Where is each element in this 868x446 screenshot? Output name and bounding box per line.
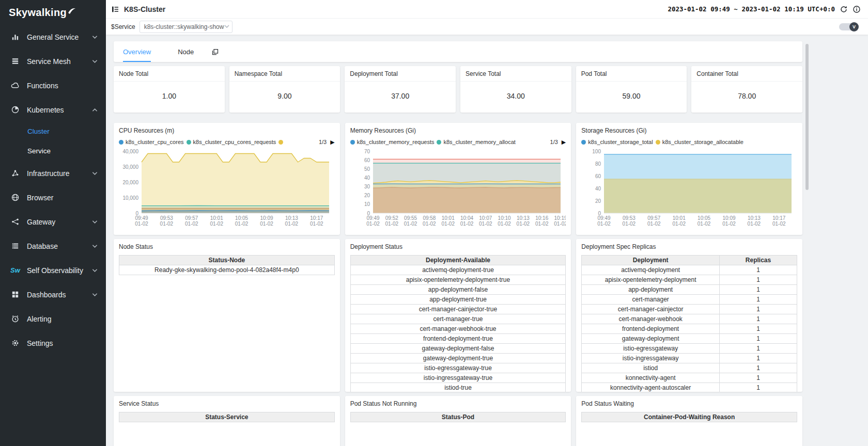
pager-next-icon[interactable]: ▶ [562,139,566,145]
svg-text:40,000: 40,000 [122,149,138,154]
table-row: cert-manager-webhook1 [582,314,797,324]
legend-label: k8s_cluster_cpu_cores [126,139,184,145]
svg-text:01-02: 01-02 [698,221,711,227]
stat-card: Namespace Total9.00 [229,66,340,113]
legend-item[interactable] [278,140,283,145]
sidebar-item-general-service[interactable]: General Service [0,25,106,49]
stat-value: 1.00 [114,82,225,110]
data-table: Status-Service [119,412,335,422]
chevron-down-icon [92,293,98,297]
table-header-cell: Deployment [582,256,720,265]
legend-item[interactable]: k8s_cluster_memory_requests [350,139,435,145]
table-cell: 1 [719,373,797,383]
table-row: gateway-deployment-true [350,354,566,363]
info-icon[interactable] [853,5,861,13]
legend-item[interactable]: k8s_cluster_storage_total [581,139,653,145]
legend-pager: 1/3▶ [550,139,566,145]
stat-title: Deployment Total [345,66,456,82]
copy-dashboard-icon[interactable] [211,48,219,56]
svg-text:60: 60 [595,173,601,179]
sidebar-item-label: Infrastructure [27,169,69,178]
svg-text:01-02: 01-02 [535,221,549,227]
sidebar-item-alerting[interactable]: Alerting [0,307,106,331]
sidebar-item-settings[interactable]: Settings [0,331,106,355]
version-toggle[interactable]: V [839,23,858,30]
table-cell: 1 [719,354,797,363]
chart-legend: k8s_cluster_memory_requestsk8s_cluster_m… [350,138,566,146]
table-cell: istio-ingressgateway-true [350,373,566,383]
sidebar-item-database[interactable]: Database [0,234,106,258]
svg-text:20,000: 20,000 [122,180,138,185]
data-table: Status-NodeReady-gke-skywalking-demo-poo… [119,255,335,275]
svg-text:01-02: 01-02 [598,221,611,227]
legend-item[interactable]: k8s_cluster_storage_allocatable [656,139,743,145]
stat-title: Namespace Total [229,66,340,82]
scrollbar-thumb[interactable] [805,44,809,190]
table-cell: gateway-deployment-true [350,354,566,363]
chart-card-1: Memory Resources (Gi)k8s_cluster_memory_… [345,123,571,235]
time-range-picker[interactable]: 2023-01-02 09:49 ~ 2023-01-02 10:19 UTC+… [668,5,835,13]
kubernetes-icon [10,105,20,115]
cloud-icon [10,81,20,90]
legend-item[interactable]: k8s_cluster_cpu_cores [119,139,184,145]
tab-strip: Overview Node [114,41,802,62]
skywalking-logo[interactable]: Skywalking [0,0,106,25]
svg-text:10:19: 10:19 [554,215,566,221]
stat-title: Service Total [460,66,571,82]
table-wrapper: Container-Pod-Waiting Reason [581,412,797,422]
table-row: cert-manager1 [582,295,797,305]
svg-text:10:04: 10:04 [460,215,473,221]
svg-text:09:55: 09:55 [404,215,417,221]
stat-card: Deployment Total37.00 [345,66,456,113]
legend-dot [437,140,441,145]
tab-node[interactable]: Node [178,41,194,62]
table-cell: activemq-deployment-true [350,265,566,275]
sidebar-menu: General ServiceService MeshFunctionsKube… [0,25,106,355]
legend-item[interactable]: k8s_cluster_cpu_cores_requests [187,139,276,145]
svg-text:30,000: 30,000 [122,164,138,170]
table-cell: 1 [719,265,797,275]
table-card: Node StatusStatus-NodeReady-gke-skywalki… [114,239,340,392]
sidebar-item-infrastructure[interactable]: Infrastructure [0,161,106,185]
svg-text:01-02: 01-02 [185,221,198,227]
sidebar-subitem-service[interactable]: Service [0,141,106,161]
panel-list-icon[interactable] [111,5,119,13]
refresh-icon[interactable] [840,5,848,13]
sidebar-subitem-cluster[interactable]: Cluster [0,122,106,141]
svg-text:01-02: 01-02 [404,221,417,227]
svg-text:01-02: 01-02 [723,221,736,227]
service-select[interactable]: k8s-cluster::skywalking-showca [140,21,233,33]
svg-text:01-02: 01-02 [460,221,473,227]
sidebar-item-self-observability[interactable]: SwSelf Observability [0,258,106,282]
toggle-knob: V [849,22,859,31]
chevron-down-icon [92,220,98,224]
table-row: konnectivity-agent1 [582,373,797,383]
svg-text:20: 20 [364,193,370,198]
sidebar-item-browser[interactable]: Browser [0,185,106,210]
charts-row: CPU Resources (m)k8s_cluster_cpu_coresk8… [114,123,802,235]
stat-value: 34.00 [460,82,571,110]
sidebar-item-gateway[interactable]: Gateway [0,210,106,234]
svg-text:01-02: 01-02 [385,221,398,227]
pager-next-icon[interactable]: ▶ [330,139,334,145]
table-header-cell: Container-Pod-Waiting Reason [582,412,797,422]
tab-overview[interactable]: Overview [123,41,151,62]
table-row: activemq-deployment1 [582,265,797,275]
stat-value: 37.00 [345,82,456,110]
legend-dot [119,140,123,145]
stat-title: Pod Total [576,66,687,82]
pager-count: 1/3 [550,139,558,145]
sidebar-item-dashboards[interactable]: Dashboards [0,282,106,307]
legend-item[interactable]: k8s_cluster_memory_allocat [437,139,515,145]
sidebar-item-service-mesh[interactable]: Service Mesh [0,49,106,73]
gateway-icon [10,217,20,227]
sidebar-item-functions[interactable]: Functions [0,73,106,98]
table-header-cell: Status-Pod [350,412,566,422]
svg-text:01-02: 01-02 [498,221,511,227]
table-row: cert-manager-webhook-true [350,324,566,334]
sidebar-item-kubernetes[interactable]: Kubernetes [0,98,106,122]
table-cell: 1 [719,295,797,305]
table-cell: 1 [719,363,797,373]
svg-text:80: 80 [595,161,601,167]
table-row: gateway-deployment1 [582,334,797,344]
